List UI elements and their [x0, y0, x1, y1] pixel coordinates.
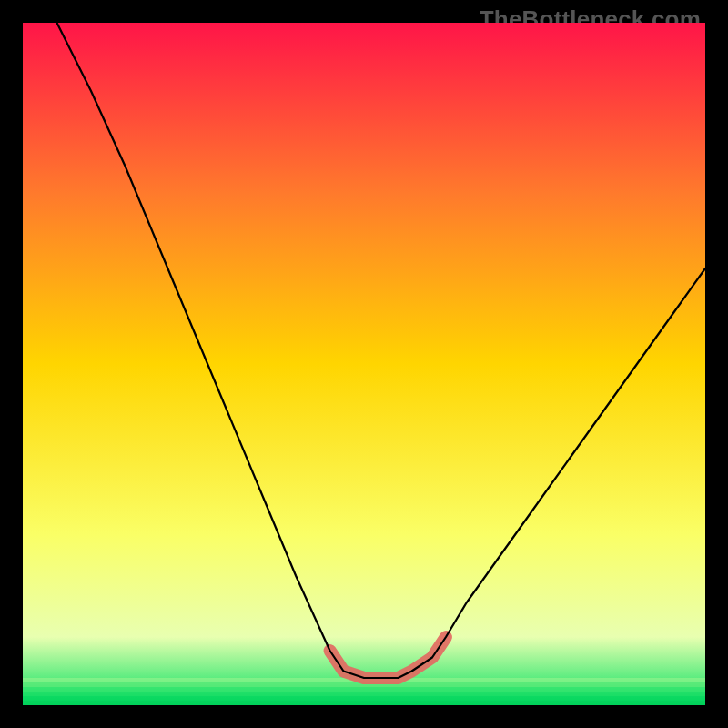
svg-rect-3	[23, 692, 705, 696]
svg-rect-2	[23, 687, 705, 692]
plot-area	[23, 23, 705, 705]
gradient-background	[23, 23, 705, 705]
bottleneck-chart	[23, 23, 705, 705]
chart-frame: TheBottleneck.com	[0, 0, 728, 728]
svg-rect-4	[23, 696, 705, 701]
svg-rect-5	[23, 701, 705, 705]
